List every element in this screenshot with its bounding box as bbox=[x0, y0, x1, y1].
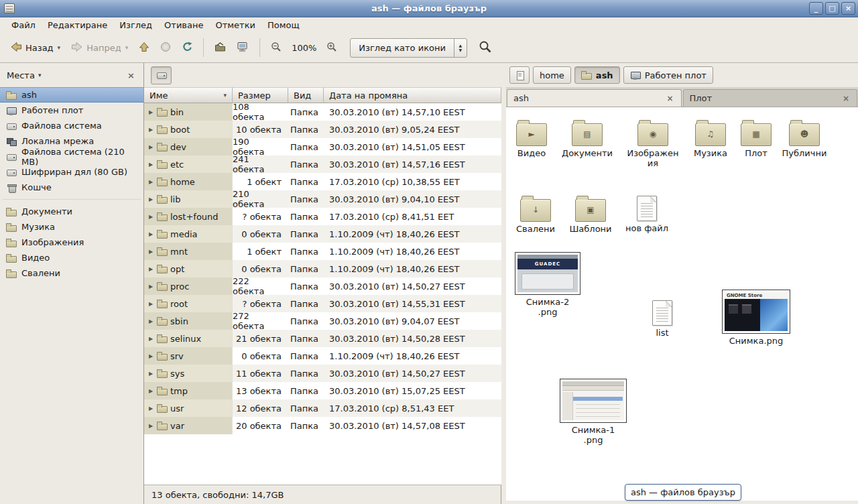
tab-ash[interactable]: ash× bbox=[507, 89, 682, 107]
expander-icon[interactable]: ▶ bbox=[147, 127, 154, 133]
expander-icon[interactable]: ▶ bbox=[147, 196, 154, 202]
table-row[interactable]: ▶lost+found? обектаПапка17.03.2010 (ср) … bbox=[144, 208, 501, 225]
breadcrumb-home-button[interactable]: home bbox=[533, 66, 571, 84]
table-row[interactable]: ▶usr12 обектаПапка17.03.2010 (ср) 8,51,4… bbox=[144, 399, 501, 417]
maximize-button[interactable]: □ bbox=[825, 2, 839, 15]
icon-view-item-pictures[interactable]: ◉Изображения bbox=[626, 114, 680, 169]
reload-button[interactable] bbox=[177, 38, 197, 58]
menu-go[interactable]: Отиване bbox=[158, 19, 209, 32]
pane-splitter[interactable] bbox=[501, 63, 506, 504]
sidebar-item-filesystem-210mb[interactable]: Файлова система (210 MB) bbox=[0, 149, 143, 164]
close-icon[interactable]: × bbox=[841, 94, 851, 103]
table-row[interactable]: ▶selinux21 обектаПапка30.03.2010 (вт) 14… bbox=[144, 330, 501, 347]
expander-icon[interactable]: ▶ bbox=[147, 353, 154, 359]
table-row[interactable]: ▶etc241 обектаПапка30.03.2010 (вт) 14,57… bbox=[144, 155, 501, 173]
titlebar[interactable]: ash — файлов браузър _ □ × bbox=[0, 0, 858, 17]
stop-button[interactable] bbox=[156, 38, 176, 58]
sidebar-item-pictures[interactable]: Изображения bbox=[0, 235, 143, 250]
sidebar-close-button[interactable]: × bbox=[125, 70, 137, 80]
column-header-size[interactable]: Размер bbox=[233, 87, 288, 103]
table-row[interactable]: ▶sbin272 обектаПапка30.03.2010 (вт) 9,04… bbox=[144, 312, 501, 330]
expander-icon[interactable]: ▶ bbox=[147, 371, 154, 377]
zoom-out-button[interactable] bbox=[266, 38, 286, 58]
home-button[interactable] bbox=[210, 38, 231, 58]
menu-view[interactable]: Изглед bbox=[113, 19, 158, 32]
column-header-type[interactable]: Вид bbox=[288, 87, 324, 103]
menu-help[interactable]: Помощ bbox=[261, 19, 306, 32]
table-row[interactable]: ▶boot10 обектаПапка30.03.2010 (вт) 9,05,… bbox=[144, 121, 501, 138]
back-button[interactable]: Назад ▾ bbox=[5, 38, 65, 58]
view-mode-select[interactable]: Изглед като икони ▲ ▼ bbox=[350, 38, 467, 58]
icon-view-item-public[interactable]: ☻Публични bbox=[778, 114, 831, 159]
expander-icon[interactable]: ▶ bbox=[147, 284, 154, 290]
pathbar-root-button[interactable] bbox=[151, 66, 172, 84]
computer-button[interactable] bbox=[232, 38, 253, 58]
table-row[interactable]: ▶dev190 обектаПапка30.03.2010 (вт) 14,51… bbox=[144, 138, 501, 155]
table-row[interactable]: ▶bin108 обектаПапка30.03.2010 (вт) 14,57… bbox=[144, 103, 501, 121]
expander-icon[interactable]: ▶ bbox=[147, 179, 154, 185]
icon-view-item-snimka1[interactable]: Снимка-1.png bbox=[558, 379, 628, 446]
column-header-date[interactable]: Дата на промяна bbox=[324, 87, 501, 103]
expander-icon[interactable]: ▶ bbox=[147, 214, 154, 220]
menu-bookmarks[interactable]: Отметки bbox=[209, 19, 261, 32]
icon-view-item-templates[interactable]: ▣Шаблони bbox=[564, 190, 617, 235]
table-row[interactable]: ▶tmp13 обектаПапка30.03.2010 (вт) 15,07,… bbox=[144, 382, 501, 399]
sidebar-item-filesystem[interactable]: Файлова система bbox=[0, 118, 143, 133]
icon-view-item-snimka[interactable]: GNOME Store Снимка.png bbox=[721, 290, 791, 346]
table-row[interactable]: ▶proc222 обектаПапка30.03.2010 (вт) 14,5… bbox=[144, 277, 501, 295]
sidebar-item-video[interactable]: Видео bbox=[0, 250, 143, 265]
expander-icon[interactable]: ▶ bbox=[147, 266, 154, 272]
up-button[interactable] bbox=[134, 38, 154, 58]
expander-icon[interactable]: ▶ bbox=[147, 249, 154, 255]
expander-icon[interactable]: ▶ bbox=[147, 336, 154, 342]
expander-icon[interactable]: ▶ bbox=[147, 109, 154, 115]
column-header-name[interactable]: Име▾ bbox=[144, 87, 233, 103]
sidebar-item-encrypted[interactable]: Шифриран дял (80 GB) bbox=[0, 164, 143, 180]
icon-view-item-downloads[interactable]: ↓Свалени bbox=[509, 190, 562, 235]
search-button[interactable] bbox=[475, 37, 495, 59]
sidebar-item-desktop[interactable]: Работен плот bbox=[0, 103, 143, 118]
menu-edit[interactable]: Редактиране bbox=[42, 19, 113, 32]
icon-view-item-video[interactable]: ►Видео bbox=[506, 114, 558, 159]
close-button[interactable]: × bbox=[841, 2, 855, 15]
sidebar-item-music[interactable]: Музика bbox=[0, 219, 143, 235]
table-row[interactable]: ▶srv0 обектаПапка1.10.2009 (чт) 18,40,26… bbox=[144, 347, 501, 365]
table-row[interactable]: ▶lib210 обектаПапка30.03.2010 (вт) 9,04,… bbox=[144, 190, 501, 208]
close-icon[interactable]: × bbox=[665, 94, 674, 103]
table-row[interactable]: ▶var20 обектаПапка30.03.2010 (вт) 14,57,… bbox=[144, 417, 501, 434]
expander-icon[interactable]: ▶ bbox=[147, 231, 154, 237]
table-row[interactable]: ▶root? обектаПапка30.03.2010 (вт) 14,55,… bbox=[144, 295, 501, 312]
sidebar-item-trash[interactable]: Кошче bbox=[0, 180, 143, 195]
sidebar-item-downloads[interactable]: Свалени bbox=[0, 265, 143, 281]
location-edit-toggle-button[interactable] bbox=[509, 66, 530, 84]
expander-icon[interactable]: ▶ bbox=[147, 318, 154, 324]
expander-icon[interactable]: ▶ bbox=[147, 405, 154, 412]
zoom-in-button[interactable] bbox=[322, 38, 342, 58]
table-row[interactable]: ▶home1 обектПапка17.03.2010 (ср) 10,38,5… bbox=[144, 173, 501, 190]
forward-button[interactable]: Напред ▾ bbox=[66, 38, 133, 58]
expander-icon[interactable]: ▶ bbox=[147, 144, 154, 150]
menu-file[interactable]: Файл bbox=[5, 19, 42, 32]
table-row[interactable]: ▶mnt1 обектПапка1.10.2009 (чт) 18,40,26 … bbox=[144, 243, 501, 260]
icon-view[interactable]: ►Видео ▤Документи ◉Изображения ♫Музика ▦… bbox=[506, 107, 858, 501]
icon-view-item-new-file[interactable]: нов файл bbox=[620, 192, 674, 234]
thumb-header-text: GNOME Store bbox=[725, 292, 788, 299]
sidebar-title[interactable]: Места bbox=[7, 70, 35, 80]
table-row[interactable]: ▶opt0 обектаПапка1.10.2009 (чт) 18,40,26… bbox=[144, 260, 501, 277]
expander-icon[interactable]: ▶ bbox=[147, 423, 154, 429]
sidebar-item-ash[interactable]: ash bbox=[0, 87, 143, 103]
icon-view-item-list[interactable]: list bbox=[635, 296, 689, 338]
icon-view-item-desktop[interactable]: ▦Плот bbox=[729, 114, 783, 159]
table-row[interactable]: ▶sys11 обектаПапка30.03.2010 (вт) 14,50,… bbox=[144, 365, 501, 382]
icon-view-item-snimka2[interactable]: GUADEC Снимка-2.png bbox=[513, 252, 583, 318]
table-row[interactable]: ▶media0 обектаПапка1.10.2009 (чт) 18,40,… bbox=[144, 225, 501, 243]
tab-plot[interactable]: Плот× bbox=[683, 89, 858, 107]
icon-view-item-documents[interactable]: ▤Документи bbox=[560, 114, 614, 159]
breadcrumb-desktop-button[interactable]: Работен плот bbox=[623, 66, 713, 84]
expander-icon[interactable]: ▶ bbox=[147, 162, 154, 168]
breadcrumb-ash-button[interactable]: ash bbox=[574, 66, 620, 84]
expander-icon[interactable]: ▶ bbox=[147, 301, 154, 307]
minimize-button[interactable]: _ bbox=[809, 2, 823, 15]
sidebar-item-documents[interactable]: Документи bbox=[0, 204, 143, 219]
expander-icon[interactable]: ▶ bbox=[147, 388, 154, 394]
